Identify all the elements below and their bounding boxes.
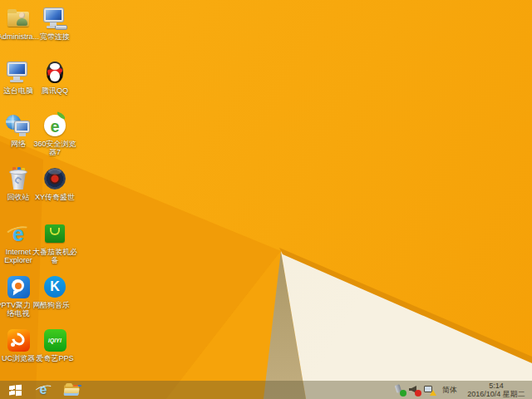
xy-game-logo-glyph xyxy=(42,166,67,191)
taskbar: e 简体 5:14 2016/10/4 星期二 xyxy=(0,381,532,399)
pptv-icon xyxy=(6,274,31,299)
c360-browser-icon: e xyxy=(42,113,67,138)
iqiyi-pps-logo-glyph: iQIYI xyxy=(42,328,67,352)
c360-browser-logo-glyph: e xyxy=(42,113,67,138)
tencent-qq-logo-glyph xyxy=(42,60,67,85)
windows-logo-icon xyxy=(9,385,22,396)
this-pc-logo-glyph xyxy=(6,60,31,85)
desktop-icon-c360-browser[interactable]: e360安全浏览器7 xyxy=(31,113,79,156)
volume-muted-icon[interactable] xyxy=(409,384,421,396)
desktop-icon-tomato-essentials[interactable]: 大番茄装机必备 xyxy=(31,221,79,264)
desktop-icon-label: 大番茄装机必备 xyxy=(31,248,79,264)
internet-explorer-icon: e xyxy=(35,382,52,397)
internet-explorer-icon: e xyxy=(6,221,31,246)
usb-safely-remove-icon[interactable] xyxy=(394,384,406,396)
start-button[interactable] xyxy=(2,381,27,399)
pptv-logo-glyph xyxy=(6,274,31,299)
tomato-essentials-icon xyxy=(42,221,67,246)
taskbar-clock[interactable]: 5:14 2016/10/4 星期二 xyxy=(463,382,530,398)
desktop-icon-label: 宽带连接 xyxy=(31,32,79,41)
desktop-icon-label: 360安全浏览器7 xyxy=(31,140,79,156)
taskbar-file-explorer-button[interactable] xyxy=(59,381,84,399)
taskbar-internet-explorer-button[interactable]: e xyxy=(31,381,56,399)
desktop-icon-kugou-music[interactable]: K酷狗音乐 xyxy=(31,274,79,309)
desktop-icon-label: 腾讯QQ xyxy=(31,86,79,95)
uc-browser-logo-glyph xyxy=(6,328,31,352)
internet-explorer-logo-glyph: e xyxy=(6,221,31,246)
desktop-icon-label: XY传奇盛世 xyxy=(31,193,79,201)
file-explorer-icon xyxy=(63,383,80,397)
kugou-music-logo-glyph: K xyxy=(42,274,67,299)
xy-game-icon xyxy=(42,166,67,191)
recycle-bin-logo-glyph xyxy=(6,166,31,191)
desktop-icon-label: 爱奇艺PPS xyxy=(31,354,79,362)
network-logo-glyph xyxy=(6,113,31,138)
desktop-icon-label: 酷狗音乐 xyxy=(31,301,79,309)
network-warning-icon[interactable] xyxy=(424,384,436,396)
clock-date: 2016/10/4 星期二 xyxy=(463,390,530,398)
tomato-essentials-logo-glyph xyxy=(42,221,67,246)
broadband-connection-icon xyxy=(42,6,67,31)
system-tray: 简体 5:14 2016/10/4 星期二 xyxy=(392,381,532,399)
desktop-icon-xy-game[interactable]: XY传奇盛世 xyxy=(31,166,79,201)
desktop: Administra...宽带连接这台电脑腾讯QQ网络e360安全浏览器7回收站… xyxy=(0,0,532,399)
this-pc-icon xyxy=(6,60,31,85)
desktop-icon-broadband-connection[interactable]: 宽带连接 xyxy=(31,6,79,41)
desktop-icon-iqiyi-pps[interactable]: iQIYI爱奇艺PPS xyxy=(31,328,79,362)
administrator-folder-icon xyxy=(6,6,31,31)
network-icon xyxy=(6,113,31,138)
recycle-bin-icon xyxy=(6,166,31,191)
tencent-qq-icon xyxy=(42,60,67,85)
clock-time: 5:14 xyxy=(463,382,530,390)
kugou-music-icon: K xyxy=(42,274,67,299)
iqiyi-pps-icon: iQIYI xyxy=(42,328,67,352)
uc-browser-icon xyxy=(6,328,31,352)
language-indicator[interactable]: 简体 xyxy=(442,385,457,396)
broadband-connection-logo-glyph xyxy=(42,6,67,31)
desktop-icon-tencent-qq[interactable]: 腾讯QQ xyxy=(31,60,79,95)
administrator-folder-logo-glyph xyxy=(6,6,31,31)
